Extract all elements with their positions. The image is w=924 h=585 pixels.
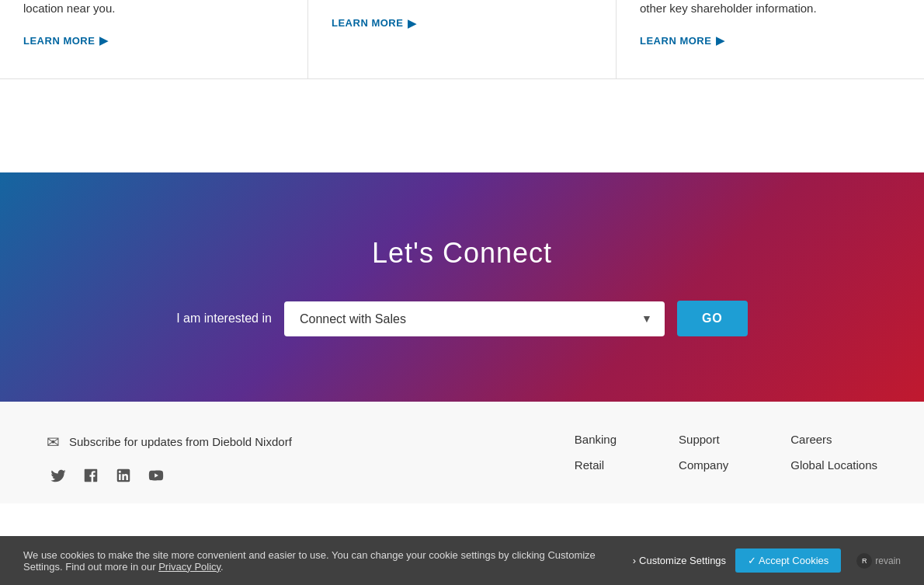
card-2-learn-more[interactable]: LEARN MORE ▶: [332, 17, 417, 30]
card-1: location near you. LEARN MORE ▶: [0, 0, 308, 78]
social-icons: [50, 467, 575, 488]
card-3-learn-more[interactable]: LEARN MORE ▶: [640, 34, 725, 47]
youtube-icon[interactable]: [148, 467, 165, 488]
card-3: other key shareholder information. LEARN…: [617, 0, 924, 78]
connect-select[interactable]: Connect with Sales Learn about Products …: [284, 301, 665, 336]
connect-form: I am interested in Connect with Sales Le…: [176, 301, 748, 336]
footer: ✉ Subscribe for updates from Diebold Nix…: [0, 402, 924, 503]
card-1-learn-more[interactable]: LEARN MORE ▶: [23, 34, 109, 47]
footer-link-retail[interactable]: Retail: [575, 458, 617, 472]
footer-link-company[interactable]: Company: [679, 458, 728, 472]
card-1-learn-more-label: LEARN MORE: [23, 35, 95, 47]
card-2-learn-more-label: LEARN MORE: [332, 17, 403, 29]
footer-nav-col-2: Support Company: [679, 433, 728, 472]
footer-top: ✉ Subscribe for updates from Diebold Nix…: [47, 433, 877, 488]
connect-section: Let's Connect I am interested in Connect…: [0, 172, 924, 402]
subscribe-text: Subscribe for updates from Diebold Nixdo…: [69, 435, 292, 448]
card-1-text: location near you.: [23, 0, 284, 18]
footer-link-support[interactable]: Support: [679, 433, 728, 446]
go-button[interactable]: GO: [677, 301, 748, 336]
connect-title: Let's Connect: [372, 237, 552, 270]
card-2: LEARN MORE ▶: [308, 0, 617, 78]
footer-left: ✉ Subscribe for updates from Diebold Nix…: [47, 433, 575, 488]
content-spacer: [0, 79, 924, 172]
email-icon: ✉: [47, 433, 60, 451]
footer-nav-col-1: Banking Retail: [575, 433, 617, 472]
card-2-arrow-icon: ▶: [408, 17, 417, 30]
card-3-text: other key shareholder information.: [640, 0, 901, 18]
linkedin-icon[interactable]: [115, 467, 132, 488]
twitter-icon[interactable]: [50, 467, 67, 488]
card-1-arrow-icon: ▶: [99, 34, 109, 47]
footer-link-banking[interactable]: Banking: [575, 433, 617, 446]
footer-nav-col-3: Careers Global Locations: [790, 433, 877, 472]
cards-section: location near you. LEARN MORE ▶ LEARN MO…: [0, 0, 924, 79]
card-3-arrow-icon: ▶: [716, 34, 725, 47]
footer-link-careers[interactable]: Careers: [790, 433, 877, 446]
footer-nav: Banking Retail Support Company Careers G…: [575, 433, 877, 472]
subscribe-row: ✉ Subscribe for updates from Diebold Nix…: [47, 433, 575, 451]
connect-label: I am interested in: [176, 312, 272, 326]
footer-link-global-locations[interactable]: Global Locations: [790, 458, 877, 472]
connect-select-wrapper: Connect with Sales Learn about Products …: [284, 301, 665, 336]
card-3-learn-more-label: LEARN MORE: [640, 35, 711, 47]
facebook-icon[interactable]: [82, 467, 99, 488]
